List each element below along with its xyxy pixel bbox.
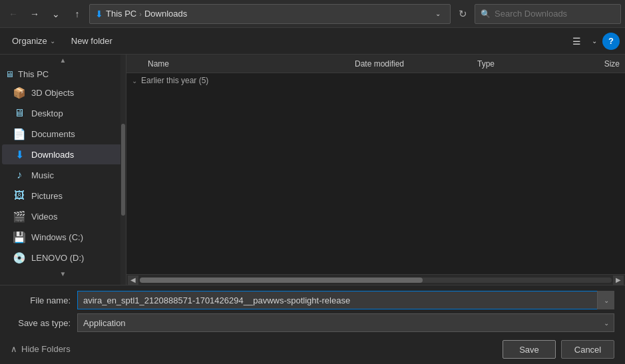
bottom-area: File name: ⌄ Save as type: Application ⌄…	[0, 285, 625, 364]
videos-icon: 🎬	[13, 210, 26, 223]
sidebar-item-lenovo-d[interactable]: 💿 LENOVO (D:)	[2, 248, 124, 268]
hide-folders-label: Hide Folders	[21, 344, 71, 354]
sidebar-label-3d-objects: 3D Objects	[31, 88, 74, 98]
address-bar[interactable]: ⬇ This PC › Downloads ⌄	[89, 4, 451, 24]
h-scroll-right-button[interactable]: ▶	[613, 275, 624, 285]
sidebar-item-downloads[interactable]: ⬇ Downloads	[2, 144, 124, 164]
documents-icon: 📄	[13, 127, 26, 140]
search-box: 🔍	[475, 4, 621, 24]
file-name-row: File name: ⌄	[11, 291, 614, 309]
col-name-header[interactable]: Name	[132, 59, 352, 69]
back-button[interactable]: ←	[4, 5, 23, 23]
3d-objects-icon: 📦	[13, 86, 26, 99]
sidebar-item-3d-objects[interactable]: 📦 3D Objects	[2, 83, 124, 102]
sidebar-scroll-down[interactable]: ▼	[0, 268, 126, 279]
file-name-input[interactable]	[77, 291, 614, 309]
downloads-icon: ⬇	[13, 148, 26, 161]
file-name-label: File name:	[11, 295, 77, 305]
sidebar-label-lenovo-d: LENOVO (D:)	[31, 253, 84, 263]
thispc-label: This PC	[18, 69, 49, 79]
view-dropdown-button[interactable]: ⌄	[589, 32, 600, 51]
group-chevron-icon: ⌄	[132, 77, 137, 85]
breadcrumb-downloads[interactable]: Downloads	[144, 9, 187, 19]
toolbar: Organize ⌄ New folder ☰ ⌄ ?	[0, 28, 625, 55]
action-buttons: Save Cancel	[503, 340, 614, 359]
search-input[interactable]	[495, 9, 615, 19]
col-type-header[interactable]: Type	[477, 59, 564, 69]
save-as-type-label: Save as type:	[11, 318, 77, 328]
view-button[interactable]: ☰	[566, 32, 586, 51]
sidebar-item-pictures[interactable]: 🖼 Pictures	[2, 186, 124, 206]
breadcrumb-thispc[interactable]: This PC	[106, 9, 136, 19]
col-date-header[interactable]: Date modified	[355, 59, 475, 69]
title-bar: ← → ⌄ ↑ ⬇ This PC › Downloads ⌄ ↻ 🔍	[0, 0, 625, 28]
save-button[interactable]: Save	[503, 340, 556, 359]
refresh-button[interactable]: ↻	[453, 5, 472, 23]
sidebar: ▲ 🖥 This PC 📦 3D Objects 🖥 Desktop 📄 Doc…	[0, 55, 126, 285]
address-dropdown-button[interactable]: ⌄	[431, 7, 445, 21]
sidebar-label-pictures: Pictures	[31, 191, 63, 201]
h-scroll-track[interactable]	[140, 277, 612, 283]
breadcrumb-sep-1: ›	[139, 10, 142, 18]
sidebar-scroll-up[interactable]: ▲	[0, 55, 126, 65]
sidebar-label-music: Music	[31, 170, 54, 180]
breadcrumb: This PC › Downloads	[106, 9, 429, 19]
organize-button[interactable]: Organize ⌄	[5, 33, 62, 49]
sidebar-label-videos: Videos	[31, 212, 58, 222]
group-header-earlier-this-year[interactable]: ⌄ Earlier this year (5)	[126, 73, 625, 88]
search-icon: 🔍	[481, 9, 491, 19]
file-list: ⌄ Earlier this year (5)	[126, 73, 625, 274]
sidebar-thispc-header[interactable]: 🖥 This PC	[0, 65, 126, 82]
help-button[interactable]: ?	[602, 33, 620, 50]
file-name-dropdown-button[interactable]: ⌄	[597, 291, 614, 309]
desktop-icon: 🖥	[13, 106, 26, 120]
organize-chevron: ⌄	[50, 37, 55, 45]
sidebar-item-documents[interactable]: 📄 Documents	[2, 124, 124, 144]
h-scroll-left-button[interactable]: ◀	[128, 275, 138, 285]
sidebar-label-windows-c: Windows (C:)	[31, 232, 83, 242]
music-icon: ♪	[13, 168, 26, 182]
save-as-type-row: Save as type: Application ⌄	[11, 313, 614, 332]
thispc-icon: 🖥	[5, 69, 14, 79]
hide-folders-icon: ∧	[11, 344, 17, 354]
new-folder-label: New folder	[71, 36, 112, 46]
path-icon: ⬇	[95, 9, 103, 19]
view-icon: ☰	[572, 36, 581, 47]
main-content: ▲ 🖥 This PC 📦 3D Objects 🖥 Desktop 📄 Doc…	[0, 55, 625, 285]
new-folder-button[interactable]: New folder	[65, 33, 119, 49]
col-size-header[interactable]: Size	[566, 59, 620, 69]
sidebar-label-downloads: Downloads	[31, 150, 74, 160]
file-name-input-wrapper: ⌄	[77, 291, 614, 309]
pictures-icon: 🖼	[13, 189, 26, 202]
up-button[interactable]: ↑	[68, 5, 87, 23]
lenovo-d-icon: 💿	[13, 251, 26, 264]
h-scroll-thumb	[140, 277, 423, 283]
file-area: Name Date modified Type Size ⌄ Earlier t…	[126, 55, 625, 285]
save-as-type-wrapper: Application ⌄	[77, 313, 614, 332]
sidebar-item-videos[interactable]: 🎬 Videos	[2, 206, 124, 226]
save-as-type-select[interactable]: Application	[77, 313, 614, 332]
windows-c-icon: 💾	[13, 230, 26, 244]
recent-locations-button[interactable]: ⌄	[47, 5, 65, 23]
group-label-earlier-this-year: Earlier this year (5)	[141, 76, 208, 85]
cancel-button[interactable]: Cancel	[561, 340, 614, 359]
sidebar-label-desktop: Desktop	[31, 108, 63, 118]
column-header: Name Date modified Type Size	[126, 55, 625, 73]
horizontal-scrollbar: ◀ ▶	[126, 274, 625, 285]
sidebar-item-windows-c[interactable]: 💾 Windows (C:)	[2, 227, 124, 247]
sidebar-item-music[interactable]: ♪ Music	[2, 165, 124, 185]
forward-button[interactable]: →	[25, 5, 44, 23]
sidebar-item-desktop[interactable]: 🖥 Desktop	[2, 103, 124, 123]
hide-folders-row[interactable]: ∧ Hide Folders	[11, 341, 71, 354]
sidebar-scrollbar-thumb	[121, 124, 125, 216]
organize-label: Organize	[12, 36, 47, 46]
sidebar-label-documents: Documents	[31, 129, 75, 139]
